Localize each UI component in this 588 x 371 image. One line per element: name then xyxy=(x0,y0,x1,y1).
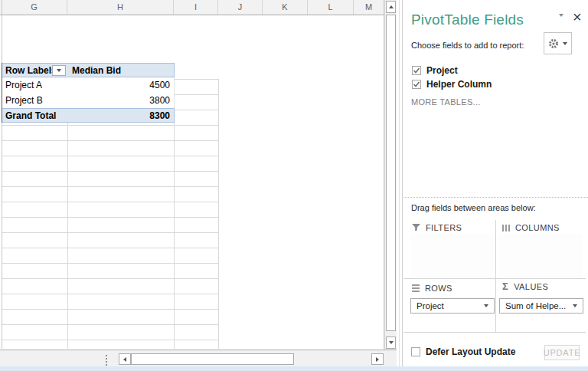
column-header-strip: G H I J K L M xyxy=(0,0,384,15)
column-header-G[interactable]: G xyxy=(2,0,67,15)
pivot-row-label-cell[interactable]: Project B xyxy=(2,93,68,108)
pivot-value-cell[interactable]: 4500 xyxy=(68,77,174,93)
row-labels-text: Row Labels xyxy=(5,65,57,76)
column-header-I[interactable]: I xyxy=(174,0,218,15)
row-labels-filter-button[interactable] xyxy=(52,65,66,76)
pane-section-separator xyxy=(403,197,588,198)
columns-label: COLUMNS xyxy=(515,223,560,232)
arrow-left-icon xyxy=(123,357,126,362)
columns-area-header: COLUMNS xyxy=(502,223,560,232)
filters-label: FILTERS xyxy=(426,223,462,232)
arrow-right-icon xyxy=(376,357,379,362)
filters-drop-zone[interactable] xyxy=(410,234,493,277)
tools-button[interactable] xyxy=(544,32,572,54)
checkbox-checked-icon[interactable] xyxy=(412,80,421,89)
sigma-icon: Σ xyxy=(502,283,508,291)
gridline-col-i-j xyxy=(218,79,219,349)
pane-border-line xyxy=(402,0,403,366)
horizontal-scrollbar[interactable] xyxy=(0,350,397,368)
arrow-up-icon xyxy=(389,5,394,8)
drag-fields-label: Drag fields between areas below: xyxy=(411,203,536,212)
excel-window: G H I J K L M Row Labels Median Bid Proj… xyxy=(0,0,588,371)
values-area-header: Σ VALUES xyxy=(502,282,548,291)
pivot-data-row: Project B 3800 xyxy=(2,93,175,108)
vertical-scrollbar[interactable] xyxy=(384,0,397,350)
field-label: Helper Column xyxy=(426,79,492,90)
close-icon[interactable]: × xyxy=(573,9,582,25)
grand-total-value-cell[interactable]: 8300 xyxy=(68,109,174,122)
sheet-left-edge xyxy=(2,0,2,349)
filters-area-header: FILTERS xyxy=(412,223,462,232)
gear-icon xyxy=(548,38,559,49)
pane-title: PivotTable Fields xyxy=(411,11,524,28)
checkbox-unchecked-icon[interactable] xyxy=(411,347,420,356)
pivot-row-labels-cell[interactable]: Row Labels xyxy=(2,64,68,77)
columns-drop-zone[interactable] xyxy=(498,234,583,277)
rows-area-header: ROWS xyxy=(412,284,452,293)
more-tables-link[interactable]: MORE TABLES... xyxy=(411,97,481,107)
pivot-value-header-cell[interactable]: Median Bid xyxy=(68,64,174,77)
pane-splitter-line xyxy=(399,0,400,366)
pivot-grand-total-row: Grand Total 8300 xyxy=(2,108,175,123)
choose-fields-label: Choose fields to add to report: xyxy=(411,41,524,50)
areas-vertical-divider xyxy=(495,220,496,332)
field-label: Project xyxy=(426,65,458,76)
pivot-table: Row Labels Median Bid Project A 4500 Pro… xyxy=(2,63,175,123)
pivot-data-row: Project A 4500 xyxy=(2,77,175,93)
values-field-value: Sum of Helpe... xyxy=(505,301,566,310)
pane-options-chevron[interactable] xyxy=(559,17,564,26)
column-header-L[interactable]: L xyxy=(308,0,354,15)
columns-icon xyxy=(502,225,510,231)
horizontal-scroll-thumb[interactable] xyxy=(131,353,294,365)
gridline-col-g-h xyxy=(67,123,68,349)
rows-field-value: Project xyxy=(416,301,444,310)
pivot-row-label-cell[interactable]: Project A xyxy=(2,77,68,93)
scroll-down-button[interactable] xyxy=(386,337,396,349)
field-item-project[interactable]: Project xyxy=(412,65,458,76)
vertical-scroll-thumb[interactable] xyxy=(386,15,396,331)
checkbox-checked-icon[interactable] xyxy=(412,66,421,75)
tab-splitter-handle[interactable] xyxy=(106,355,107,366)
column-header-H[interactable]: H xyxy=(67,0,174,15)
defer-layout-update-label: Defer Layout Update xyxy=(426,346,515,357)
chevron-down-icon xyxy=(484,304,488,307)
defer-layout-update-control[interactable]: Defer Layout Update xyxy=(411,346,515,357)
scroll-up-button[interactable] xyxy=(386,1,396,13)
pivottable-fields-pane: PivotTable Fields × Choose fields to add… xyxy=(403,0,588,366)
values-label: VALUES xyxy=(514,282,548,291)
rows-icon xyxy=(412,284,420,292)
column-header-K[interactable]: K xyxy=(263,0,308,15)
scroll-right-button[interactable] xyxy=(371,353,384,365)
areas-horizontal-divider xyxy=(403,278,586,279)
scroll-left-button[interactable] xyxy=(119,353,131,365)
chevron-down-icon xyxy=(563,42,567,45)
column-header-M[interactable]: M xyxy=(354,0,384,15)
rows-field-dropdown[interactable]: Project xyxy=(410,298,495,314)
pivot-value-cell[interactable]: 3800 xyxy=(68,93,174,108)
arrow-down-icon xyxy=(389,341,394,344)
chevron-down-icon xyxy=(573,304,577,307)
grand-total-label-cell[interactable]: Grand Total xyxy=(2,109,68,122)
field-item-helper-column[interactable]: Helper Column xyxy=(412,79,492,90)
pivot-header-row: Row Labels Median Bid xyxy=(2,63,175,77)
chevron-down-icon xyxy=(57,69,61,72)
update-button[interactable]: UPDATE xyxy=(544,345,580,360)
rows-label: ROWS xyxy=(425,284,452,293)
chevron-down-icon xyxy=(559,14,564,26)
status-bar-edge xyxy=(0,366,588,371)
column-header-J[interactable]: J xyxy=(218,0,263,15)
values-field-dropdown[interactable]: Sum of Helpe... xyxy=(499,298,583,314)
areas-bottom-border xyxy=(403,332,586,333)
filter-icon xyxy=(412,224,420,231)
